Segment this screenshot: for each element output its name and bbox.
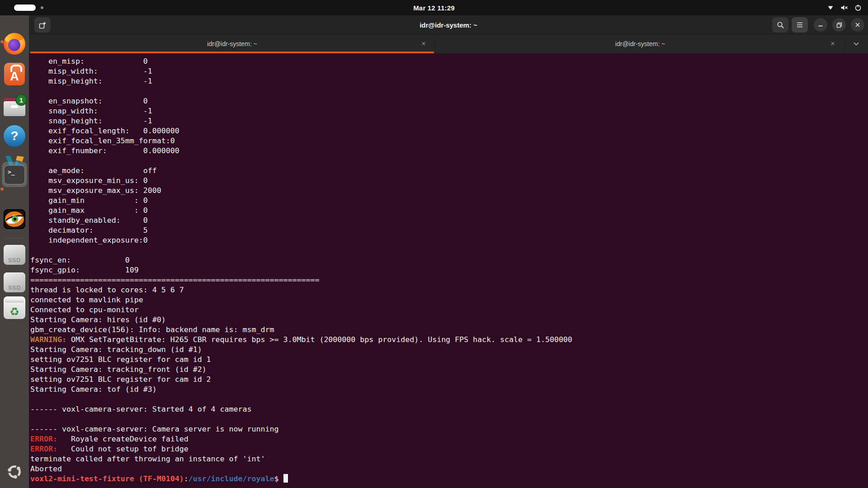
terminal-line: misp_height: -1 [30,76,868,86]
terminal-line: standby_enabled: 0 [30,216,868,225]
search-button[interactable] [772,17,788,33]
terminal-line: Starting Camera: tof (id #3) [30,385,868,394]
network-icon [827,4,834,11]
terminal-line: snap_height: -1 [30,116,868,126]
terminal-cursor [283,474,288,483]
power-icon [854,4,862,11]
hamburger-menu-button[interactable] [792,17,808,33]
ssd-drive-icon: SSD [4,245,25,265]
terminal-line: en_snapshot: 0 [30,96,868,106]
tab-bar: idr@idr-system: ~ × idr@idr-system: ~ × [29,34,868,54]
terminal-line: thread is locked to cores: 4 5 6 7 [30,285,868,295]
dock-item-eye-app[interactable] [3,209,26,231]
terminal-line: msv_exposure_min_us: 0 [30,176,868,186]
dock: A 1 ? >_ [0,15,29,488]
restore-button[interactable] [832,18,846,32]
ssd-drive-icon: SSD [4,272,25,292]
terminal-line: gain_min : 0 [30,196,868,206]
dock-item-help[interactable]: ? [3,125,26,147]
tab-list-chevron-button[interactable] [845,34,868,53]
tab-2-label: idr@idr-system: ~ [615,40,665,47]
terminal-running-dot [0,188,4,191]
terminal-line: setting ov7251 BLC register for cam id 1 [30,355,868,365]
dock-item-ssd-drive-2[interactable]: SSD [3,271,26,294]
terminal-line [30,86,868,96]
top-bar: Mar 12 11:29 [0,0,868,15]
terminal-line: Starting Camera: tracking_down (id #1) [30,345,868,355]
terminal-line: ========================================… [30,275,868,285]
terminal-line: Starting Camera: hires (id #0) [30,315,868,325]
terminal-line: gbm_create_device(156): Info: backend na… [30,325,868,335]
terminal-line: fsync_en: 0 [30,255,868,265]
terminal-output: en_misp: 0 misp_width: -1 misp_height: -… [30,56,868,484]
terminal-line: msv_exposure_max_us: 2000 [30,186,868,196]
terminal-line: Connected to cpu-monitor [30,305,868,315]
close-button[interactable] [851,18,864,32]
terminal-line: exif_focal_length: 0.000000 [30,126,868,136]
tab-1-label: idr@idr-system: ~ [207,40,257,47]
firefox-icon [4,33,25,55]
volume-muted-icon [840,4,848,11]
terminal-line [30,156,868,166]
terminal-line: Starting Camera: tracking_front (id #2) [30,365,868,375]
minimize-button[interactable] [814,18,827,32]
terminal-line [30,394,868,404]
tab-1[interactable]: idr@idr-system: ~ × [29,34,436,53]
tab-1-close-icon[interactable]: × [418,38,429,49]
files-badge: 1 [15,94,27,106]
terminal-line: connected to mavlink pipe [30,295,868,305]
terminal-line [30,245,868,255]
ubuntu-software-icon: A [4,63,25,85]
dock-item-ssd-drive-1[interactable]: SSD [3,244,26,266]
terminal-line: en_misp: 0 [30,56,868,66]
window-title: idr@idr-system: ~ [29,15,868,34]
ubuntu-logo-icon [6,463,23,482]
dock-item-terminal[interactable]: >_ [3,164,26,186]
tab-2[interactable]: idr@idr-system: ~ × [436,34,845,53]
terminal-line: gain_max : 0 [30,206,868,216]
terminal[interactable]: en_misp: 0 misp_width: -1 misp_height: -… [29,54,868,488]
dock-item-firefox[interactable] [3,33,26,55]
files-icon: 1 [4,98,25,116]
tab-2-close-icon[interactable]: × [827,38,838,49]
terminal-line: ERROR: Could not setup tof bridge [30,444,868,454]
dock-separator [5,238,24,239]
terminal-window: idr@idr-system: ~ idr@idr-system: ~ × id… [29,15,868,488]
clock[interactable]: Mar 12 11:29 [0,0,868,15]
window-header: idr@idr-system: ~ [29,15,868,34]
terminal-line: exif_focal_len_35mm_format:0 [30,136,868,146]
terminal-line: ------ voxl-camera-server: Started 4 of … [30,404,868,414]
terminal-line: decimator: 5 [30,225,868,235]
terminal-line: misp_width: -1 [30,66,868,76]
terminal-line: snap_width: -1 [30,106,868,116]
show-applications-button[interactable] [3,464,26,482]
terminal-line: fsync_gpio: 109 [30,265,868,275]
terminal-line: ERROR: Royale createDevice failed [30,434,868,444]
system-tray[interactable] [827,0,862,15]
terminal-line: independent_exposure:0 [30,235,868,245]
terminal-line: exif_fnumber: 0.000000 [30,146,868,156]
terminal-line: ------ voxl-camera-server: Camera server… [30,424,868,434]
terminal-line [30,414,868,424]
terminal-line: terminate called after throwing an insta… [30,454,868,464]
terminal-line: voxl2-mini-test-fixture (TF-M0104):/usr/… [30,474,868,484]
terminal-line: ae_mode: off [30,166,868,176]
terminal-line: Aborted [30,464,868,474]
chevron-down-icon [853,40,859,48]
help-icon: ? [4,125,25,147]
eye-app-icon [4,209,25,231]
dock-item-ubuntu-software[interactable]: A [3,63,26,85]
terminal-line: WARNING: OMX SetTargetBitrate: H265 CBR … [30,335,868,345]
terminal-app-icon: >_ [4,165,25,185]
trash-icon: ♻ [4,296,25,319]
dock-item-trash[interactable]: ♻ [3,296,26,319]
dock-item-files[interactable]: 1 [3,96,26,118]
terminal-line: setting ov7251 BLC register for cam id 2 [30,375,868,385]
